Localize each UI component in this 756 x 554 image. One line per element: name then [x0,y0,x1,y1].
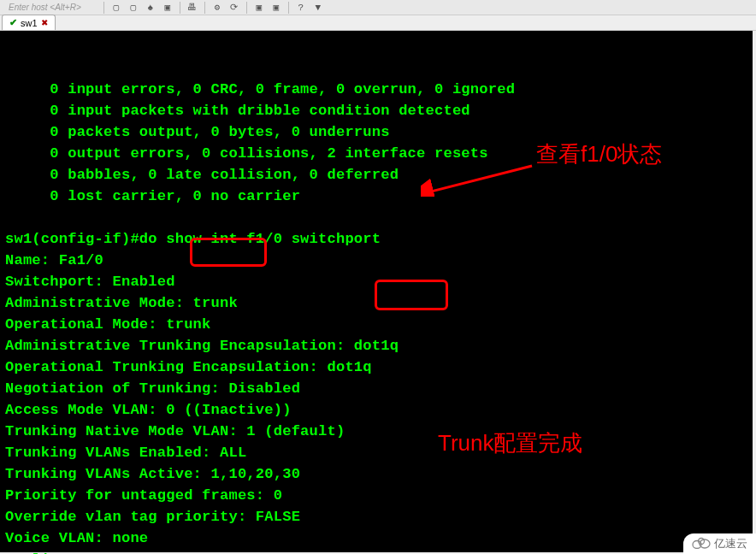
check-icon: ✔ [9,17,17,28]
toolbar-icon-7[interactable]: ▣ [269,1,283,15]
toolbar-icon-3[interactable]: ♠ [144,1,157,15]
toolbar-divider [204,2,205,14]
gear-icon[interactable]: ⚙ [210,1,224,15]
toolbar-divider [180,2,180,14]
toolbar-divider [288,2,289,14]
tab-sw1[interactable]: ✔ sw1 ✖ [2,15,56,30]
toolbar-divider [103,2,104,14]
toolbar-icon-4[interactable]: ▣ [161,1,174,15]
top-toolbar: Enter host <Alt+R> ▢ ▢ ♠ ▣ 🖶 ⚙ ⟳ ▣ ▣ ? ▼ [0,0,756,15]
watermark: 亿速云 [683,533,756,554]
close-icon[interactable]: ✖ [41,18,48,27]
toolbar-icon-8[interactable]: ▼ [311,1,325,15]
host-hint[interactable]: Enter host <Alt+R> [9,3,81,12]
watermark-text: 亿速云 [714,536,747,551]
toolbar-divider [246,2,247,14]
toolbar-icon-1[interactable]: ▢ [109,1,123,15]
help-icon[interactable]: ? [294,1,308,15]
terminal-content: 0 input errors, 0 CRC, 0 frame, 0 overru… [5,79,747,554]
toolbar-icon-5[interactable]: ⟳ [227,1,241,15]
cloud-icon [692,537,711,551]
terminal[interactable]: 0 input errors, 0 CRC, 0 frame, 0 overru… [0,31,753,552]
toolbar-icon-2[interactable]: ▢ [127,1,140,15]
tab-label: sw1 [21,18,38,28]
print-icon[interactable]: 🖶 [186,1,199,15]
tab-bar: ✔ sw1 ✖ [0,15,756,31]
toolbar-icon-6[interactable]: ▣ [252,1,266,15]
